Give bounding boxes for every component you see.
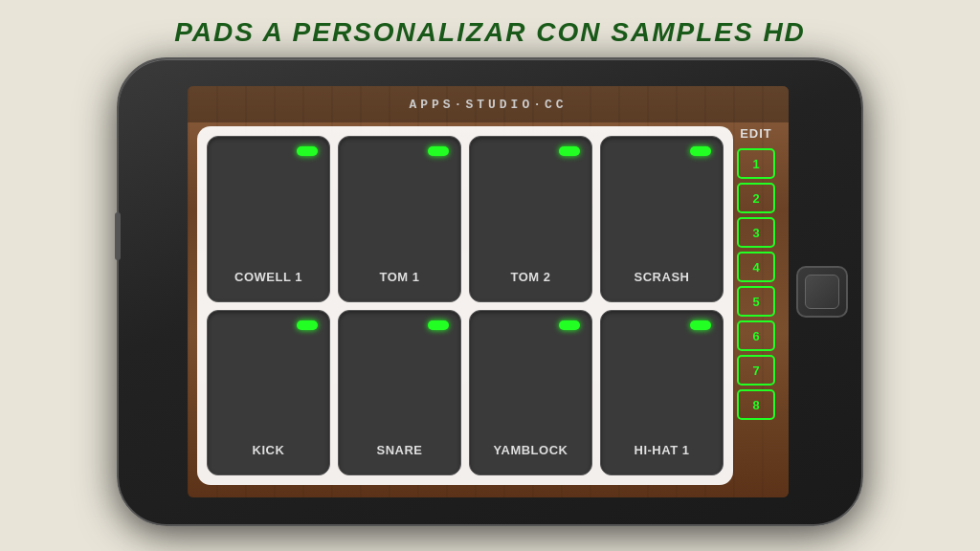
edit-label: EDIT xyxy=(740,126,772,141)
drum-pad-pad-3[interactable]: TOM 2 xyxy=(469,136,592,302)
edit-button-6[interactable]: 6 xyxy=(737,320,775,351)
phone-device: APPS·STUDIO·CC COWELL 1TOM 1TOM 2SCRASHK… xyxy=(117,57,863,526)
pad-led xyxy=(690,146,711,156)
pad-led xyxy=(428,146,449,156)
drum-pad-pad-8[interactable]: HI-HAT 1 xyxy=(600,310,724,476)
edit-panel: EDIT 12345678 xyxy=(731,126,781,485)
app-branding: APPS·STUDIO·CC xyxy=(409,98,567,112)
drum-pad-pad-7[interactable]: YAMBLOCK xyxy=(469,310,592,476)
home-button-inner xyxy=(805,275,839,309)
pad-label: COWELL 1 xyxy=(234,270,302,284)
pad-label: YAMBLOCK xyxy=(494,443,568,457)
phone-body: APPS·STUDIO·CC COWELL 1TOM 1TOM 2SCRASHK… xyxy=(117,57,863,526)
phone-screen: APPS·STUDIO·CC COWELL 1TOM 1TOM 2SCRASHK… xyxy=(188,86,789,497)
edit-button-5[interactable]: 5 xyxy=(737,286,775,317)
edit-button-3[interactable]: 3 xyxy=(737,217,775,248)
edit-button-1[interactable]: 1 xyxy=(737,148,775,179)
page-title: PADS A PERSONALIZAR CON SAMPLES HD xyxy=(174,17,806,48)
edit-buttons: 12345678 xyxy=(737,148,775,420)
pad-label: TOM 1 xyxy=(380,270,420,284)
pad-label: TOM 2 xyxy=(511,270,551,284)
drum-pad-pad-2[interactable]: TOM 1 xyxy=(338,136,461,302)
drum-pad-pad-4[interactable]: SCRASH xyxy=(600,136,724,302)
side-button xyxy=(115,212,121,260)
edit-button-7[interactable]: 7 xyxy=(737,355,775,386)
pads-grid: COWELL 1TOM 1TOM 2SCRASHKICKSNAREYAMBLOC… xyxy=(197,126,733,485)
edit-button-4[interactable]: 4 xyxy=(737,252,775,282)
pad-led xyxy=(428,320,449,330)
pad-label: KICK xyxy=(253,443,285,457)
pad-label: SCRASH xyxy=(635,270,690,284)
drum-pad-pad-6[interactable]: SNARE xyxy=(338,310,461,476)
pad-led xyxy=(297,146,318,156)
drum-pad-pad-5[interactable]: KICK xyxy=(207,310,330,476)
pad-label: HI-HAT 1 xyxy=(635,443,690,457)
edit-button-8[interactable]: 8 xyxy=(737,389,775,420)
pad-led xyxy=(559,320,580,330)
pad-led xyxy=(690,320,711,330)
pad-led xyxy=(559,146,580,156)
pad-label: SNARE xyxy=(376,443,422,457)
edit-button-2[interactable]: 2 xyxy=(737,183,775,213)
pad-led xyxy=(297,320,318,330)
app-bar: APPS·STUDIO·CC xyxy=(188,86,789,122)
drum-pad-pad-1[interactable]: COWELL 1 xyxy=(207,136,330,302)
home-button[interactable] xyxy=(796,266,848,318)
